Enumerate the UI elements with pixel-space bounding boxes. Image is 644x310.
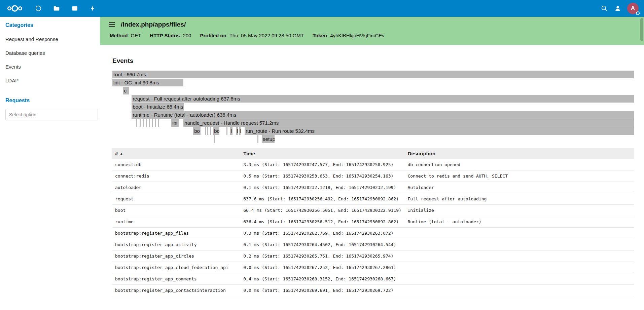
cell-time: 66.4 ms (Start: 1651742930256.5051, End:…	[241, 205, 405, 216]
cell-time: 0.3 ms (Start: 1651742930262.769, End: 1…	[241, 228, 405, 239]
timeline-bar: run_route - Run route 532.4ms	[245, 127, 634, 135]
timeline-bar	[257, 135, 258, 143]
table-row: request637.6 ms (Start: 1651742930256.49…	[112, 193, 634, 205]
cell-time: 636.4 ms (Start: 1651742930256.512, End:…	[241, 216, 405, 228]
cell-description: Initialize	[405, 205, 634, 216]
column-header-description[interactable]: Description	[405, 148, 634, 159]
cell-name: bootstrap:register_app_circles	[112, 250, 241, 262]
timeline-bar: runtime - Runtime (total - autoloader) 6…	[132, 111, 634, 119]
cell-description	[405, 285, 634, 296]
cell-name: bootstrap:register_app_comments	[112, 273, 241, 285]
cell-description	[405, 250, 634, 262]
timeline-bar: bo	[213, 127, 219, 135]
events-table: #▲ Time Description connect:db3.3 ms (St…	[112, 148, 634, 296]
cell-description	[405, 239, 634, 250]
circle-app-icon[interactable]	[34, 4, 42, 12]
meta-value: 4yhKlBHkjpHVkjFxcCEv	[330, 33, 385, 38]
table-row: autoloader0.1 ms (Start: 1651742930232.1…	[112, 182, 634, 193]
nextcloud-logo[interactable]	[0, 4, 30, 12]
table-row: bootstrap:register_app_circles0.2 ms (St…	[112, 250, 634, 262]
sidebar: Categories Request and ResponseDatabase …	[0, 17, 100, 310]
scrollbar-thumb[interactable]	[640, 18, 643, 41]
files-app-icon[interactable]	[52, 4, 61, 12]
sidebar-item-request-and-response[interactable]: Request and Response	[5, 32, 95, 46]
timeline-bar: ini	[171, 119, 179, 127]
avatar[interactable]: A	[627, 3, 639, 14]
requests-heading: Requests	[5, 98, 95, 104]
timeline-bar	[210, 127, 211, 135]
cell-name: request	[112, 193, 241, 205]
cell-description: Connect to redis and send AUTH, SELECT	[405, 170, 634, 182]
cell-time: 0.1 ms (Start: 1651742930264.4502, End: …	[241, 239, 405, 250]
sidebar-item-events[interactable]: Events	[5, 60, 95, 74]
cell-name: connect:redis	[112, 170, 241, 182]
profile-header: /index.php/apps/files/ Method: GETHTTP S…	[100, 17, 644, 45]
events-heading: Events	[112, 57, 634, 65]
table-row: connect:redis0.5 ms (Start: 165174293025…	[112, 170, 634, 182]
menu-icon[interactable]	[108, 21, 115, 28]
events-section: Events root - 660.7msinit - OC::init 90.…	[100, 57, 644, 296]
main-content: /index.php/apps/files/ Method: GETHTTP S…	[100, 17, 644, 310]
cell-description	[405, 273, 634, 285]
timeline-bar	[207, 127, 208, 135]
activity-app-icon[interactable]	[89, 4, 97, 12]
top-bar: A	[0, 0, 644, 17]
nextcloud-logo-icon	[6, 4, 24, 12]
cell-description	[405, 228, 634, 239]
cell-time: 0.2 ms (Start: 1651742930265.751, End: 1…	[241, 250, 405, 262]
photos-app-icon[interactable]	[71, 4, 79, 12]
profile-meta-item: HTTP Status: 200	[150, 33, 191, 38]
timeline-bar	[149, 119, 150, 127]
table-row: bootstrap:register_app_contactsinteracti…	[112, 285, 634, 296]
timeline-bar: l	[236, 127, 238, 135]
table-row: connect:db3.3 ms (Start: 1651742930247.5…	[112, 159, 634, 170]
meta-label: Profiled on:	[200, 33, 229, 38]
requests-select[interactable]: Select option	[5, 109, 98, 120]
cell-time: 0.0 ms (Start: 1651742930267.252, End: 1…	[241, 262, 405, 273]
timeline-bar: root - 660.7ms	[112, 71, 634, 78]
search-icon[interactable]	[600, 4, 608, 12]
profile-meta-item: Method: GET	[110, 33, 141, 38]
timeline-bar	[136, 119, 137, 127]
timeline-bar: boot - Initialize 66.4ms	[132, 103, 184, 111]
cell-name: connect:db	[112, 159, 241, 170]
cell-name: boot	[112, 205, 241, 216]
cell-time: 0.1 ms (Start: 1651742930232.1218, End: …	[241, 182, 405, 193]
sidebar-item-database-queries[interactable]: Database queries	[5, 46, 95, 60]
top-bar-right: A	[600, 3, 644, 14]
cell-description: Autoloader	[405, 182, 634, 193]
table-row: boot66.4 ms (Start: 1651742930256.5051, …	[112, 205, 634, 216]
meta-label: HTTP Status:	[150, 33, 183, 38]
cell-time: 0.0 ms (Start: 1651742930269.691, End: 1…	[241, 285, 405, 296]
app-navigation	[34, 4, 97, 12]
cell-name: bootstrap:register_app_activity	[112, 239, 241, 250]
table-row: bootstrap:register_app_cloud_federation_…	[112, 262, 634, 273]
meta-label: Token:	[313, 33, 330, 38]
timeline-bar: bo	[193, 127, 201, 135]
table-row: bootstrap:register_app_files0.3 ms (Star…	[112, 228, 634, 239]
timeline-bar: setup	[262, 135, 275, 143]
cell-description: Runtime (total - autoloader)	[405, 216, 634, 228]
table-row: bootstrap:register_app_activity0.1 ms (S…	[112, 239, 634, 250]
timeline-bar: c	[123, 87, 129, 94]
column-header-time[interactable]: Time	[241, 148, 405, 159]
cell-description: Full request after autoloading	[405, 193, 634, 205]
cell-time: 3.3 ms (Start: 1651742930247.577, End: 1…	[241, 159, 405, 170]
timeline-bar	[152, 119, 153, 127]
meta-label: Method:	[110, 33, 131, 38]
category-list: Request and ResponseDatabase queriesEven…	[5, 32, 95, 87]
contacts-icon[interactable]	[614, 4, 622, 12]
timeline-bar	[140, 119, 141, 127]
column-header-name[interactable]: #▲	[112, 148, 241, 159]
timeline-bar: handle_request - Handle request 571.2ms	[183, 119, 634, 127]
table-row: bootstrap:register_app_comments0.4 ms (S…	[112, 273, 634, 285]
cell-name: autoloader	[112, 182, 241, 193]
meta-value: 200	[183, 33, 191, 38]
meta-value: GET	[131, 33, 141, 38]
timeline-bar	[158, 119, 159, 127]
cell-time: 637.6 ms (Start: 1651742930256.492, End:…	[241, 193, 405, 205]
timeline-bar	[146, 119, 147, 127]
table-header-row: #▲ Time Description	[112, 148, 634, 159]
sidebar-item-ldap[interactable]: LDAP	[5, 74, 95, 87]
requests-select-placeholder: Select option	[9, 112, 36, 117]
